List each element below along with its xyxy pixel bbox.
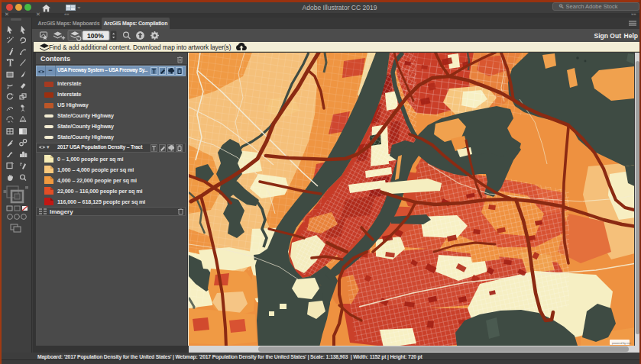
svg-text:powered by esri: powered by esri	[612, 342, 631, 345]
svg-text:100%: 100%	[87, 32, 104, 40]
